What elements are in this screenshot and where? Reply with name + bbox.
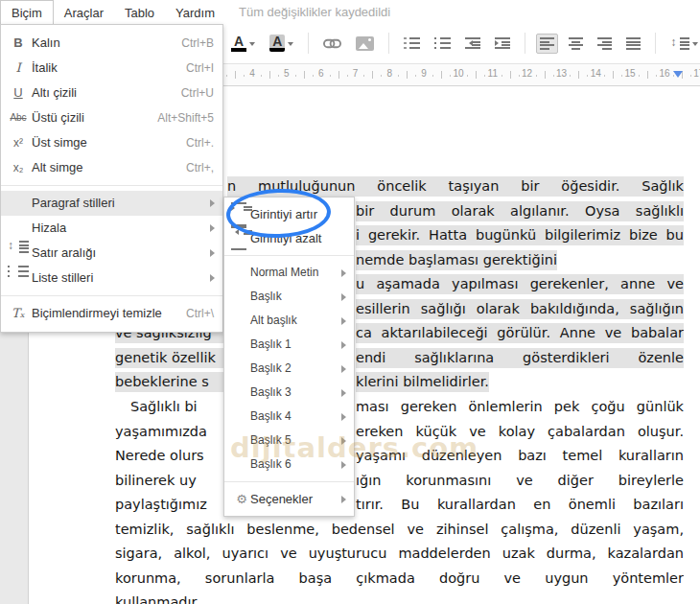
align-justify-button[interactable] [622,34,644,54]
menu-bar: BiçimAraçlarTabloYardımTüm değişiklikler… [0,0,700,24]
menu-item-label: Başlık 4 [250,409,292,423]
numbered-list-button[interactable] [400,34,424,53]
submenu-item-baslik-6[interactable]: Başlık 6 [224,453,354,476]
submenu-item-baslik-3[interactable]: Başlık 3 [224,381,354,405]
menu-item-italik[interactable]: IİtalikCtrl+I [1,56,222,81]
ruler-number: 6 [318,68,324,79]
bullet-list-button[interactable] [431,34,455,53]
menu-item-label: Alt başlık [250,314,297,327]
menu-araclar[interactable]: Araçlar [54,1,114,24]
menu-item-label: Başlık 2 [250,361,292,375]
submenu-arrow-icon [210,249,215,257]
menu-item-label: Alt simge [32,160,82,174]
submenu-arrow-icon [341,413,346,421]
submenu-item-baslik-4[interactable]: Başlık 4 [224,405,354,429]
doc-line-text: ması gereken önlemlerin pek çoğu günlük [356,397,684,417]
submenu-arrow-icon [341,341,346,349]
underline-icon: U [8,81,29,105]
bold-icon: B [8,31,29,56]
toolbar: AA [227,27,700,59]
doc-line-text: ığın korunmasını ve diğer bireylerle [356,471,684,491]
decrease-indent-button[interactable] [461,34,484,53]
insert-link-button[interactable] [319,35,345,53]
menu-item-label: Başlık 6 [250,457,292,471]
menu-item-liste-stilleri[interactable]: Liste stilleri [1,266,222,290]
ruler-number: 4 [249,68,255,79]
insert-image-button[interactable] [352,33,378,55]
doc-line-left-fragment: paylaştığımız [115,495,223,515]
submenu-item-alt-baslik[interactable]: Alt başlık [224,309,354,333]
toolbar-separator [655,33,656,54]
menu-separator [1,185,222,186]
submenu-item-baslik-5[interactable]: Başlık 5 [224,429,354,453]
menu-item-label: Biçimlendirmeyi temizle [32,306,162,320]
ruler-number: 12 [522,68,532,79]
submenu-arrow-icon [341,293,346,301]
list-styles-icon [8,266,29,290]
align-justify-icon [626,37,641,50]
align-center-icon [569,37,583,50]
increase-indent-button[interactable] [491,34,514,53]
submenu-item-baslik-2[interactable]: Başlık 2 [224,357,354,381]
submenu-item-normal-metin[interactable]: Normal Metin [224,261,354,285]
highlight-color-button[interactable]: A [266,31,297,56]
submenu-arrow-icon [341,389,346,397]
submenu-arrow-icon [210,274,215,282]
menu-item-kalin[interactable]: BKalınCtrl+B [1,31,222,56]
menu-tablo[interactable]: Tablo [114,1,165,24]
menu-item-ust-simge[interactable]: x²Üst simgeCtrl+. [1,130,222,155]
save-status: Tüm değişiklikler kaydedildi [239,0,390,19]
doc-line-text: yaşamı düzenleyen bazı temel kuralların [356,446,684,466]
submenu-item-baslik-1[interactable]: Başlık 1 [224,333,354,357]
submenu-item-secenekler[interactable]: ⚙Seçenekler [224,487,354,511]
menu-item-label: Seçenekler [250,492,313,506]
menu-item-shortcut: Ctrl+\ [186,301,214,326]
align-center-button[interactable] [565,34,587,54]
doc-line-text: nemde başlaması gerektiğini [356,250,557,270]
doc-line-text: korunma, sorunlarla başa çıkmada doğru v… [115,569,684,589]
doc-line-text: ereken küçük ve kolay çabalardan oluşur. [356,422,684,442]
superscript-icon: x² [8,130,29,155]
doc-line-left-fragment: Nerede olurs [115,446,223,466]
align-left-button[interactable] [536,34,558,54]
menu-item-satir-araligi[interactable]: Satır aralığı [1,241,222,266]
menu-bicim[interactable]: Biçim [0,0,54,24]
ruler-number: 17 [693,68,700,79]
right-indent-marker[interactable] [673,71,683,82]
menu-item-shortcut: Ctrl+B [181,31,214,56]
menu-item-label: Altı çizili [32,85,77,100]
menu-item-label: Başlık [250,290,282,303]
menu-item-label: Başlık 5 [250,433,292,447]
submenu-arrow-icon [210,199,215,207]
caret-down-icon [692,42,698,49]
menu-yardim[interactable]: Yardım [165,1,225,24]
ruler-number: 11 [488,68,498,79]
menu-item-label: Satır aralığı [32,245,96,260]
align-right-button[interactable] [594,34,616,54]
menu-item-label: Normal Metin [250,266,318,279]
indent-less-icon [465,37,480,49]
menu-item-paragraf-stilleri[interactable]: Paragraf stilleri [1,191,222,216]
menu-item-bicimlendirmeyi-temizle[interactable]: TₓBiçimlendirmeyi temizleCtrl+\ [1,301,222,326]
menu-item-alt-simge[interactable]: x₂Alt simgeCtrl+, [1,155,222,180]
menu-item-ustu-cizili[interactable]: AbcÜstü çiziliAlt+Shift+5 [1,105,222,130]
submenu-item-baslik[interactable]: Başlık [224,285,354,309]
menu-item-hizala[interactable]: Hizala [1,216,222,241]
doc-line-text: tırır. Bu kurallardan en önemli bazıları [356,495,684,515]
italic-icon: I [8,56,29,81]
submenu-arrow-icon [341,365,346,373]
menu-item-label: Hizala [32,221,66,235]
menu-item-shortcut: Ctrl+I [186,56,214,81]
google-docs-window: n mutluluğunun öncelik taşıyan bir öğesi… [0,0,700,604]
image-icon [356,36,374,51]
submenu-arrow-icon [341,496,346,503]
bullet-list-icon [434,37,451,49]
doc-line-left-fragment: yaşamımızda [115,422,223,442]
paragraph-styles-submenu: Girintiyi artırGirintiyi azaltNormal Met… [223,197,355,517]
menu-item-label: Üst simge [32,135,87,150]
line-spacing-button[interactable] [666,34,700,54]
menu-item-alti-cizili[interactable]: UAltı çiziliCtrl+U [1,81,222,105]
doc-line-text: temizlik, sağlıklı beslenme, bedensel ve… [115,520,684,540]
doc-line-text: bir durum olarak algılanır. Oysa sağlıkl… [356,201,684,221]
text-color-button[interactable]: A [227,32,259,56]
